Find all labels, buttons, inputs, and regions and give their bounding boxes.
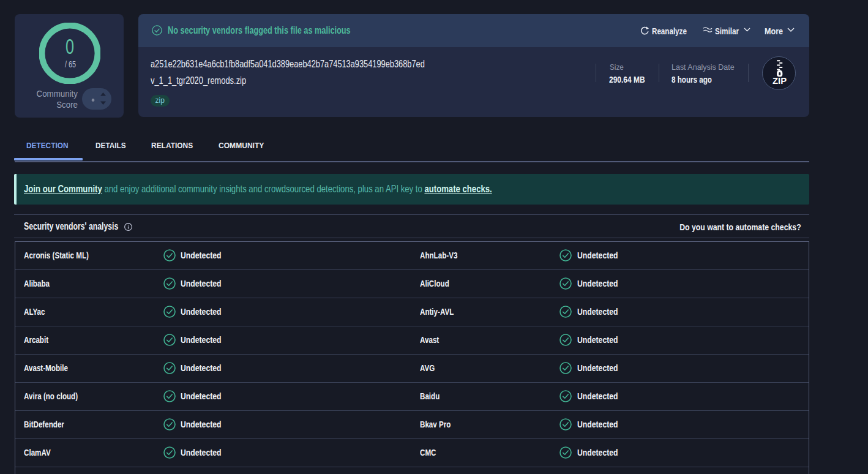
svg-text:ZIP: ZIP [773, 76, 787, 86]
